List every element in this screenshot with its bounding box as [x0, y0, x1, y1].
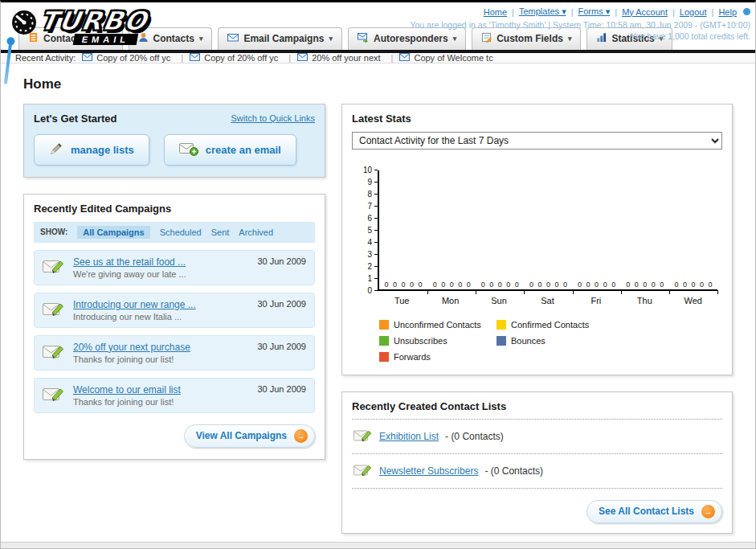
- envelope-icon: [399, 53, 410, 63]
- chart-x-label: Sun: [475, 296, 523, 305]
- legend-item: Unsubscribes: [379, 336, 497, 346]
- nav-link-home[interactable]: Home: [484, 7, 507, 17]
- credits-text: You have 1,000 total credits left.: [410, 31, 750, 41]
- top-header: TURBO EMAIL Home| Templates ▾| Forms ▾| …: [1, 2, 755, 27]
- see-all-contact-lists-button[interactable]: See All Contact Lists →: [586, 500, 722, 523]
- chart-x-label: Sat: [523, 296, 571, 305]
- chart-x-label: Fri: [572, 296, 620, 305]
- pencil-icon: [49, 141, 63, 158]
- chart-plot: 0 0 0 0 00 0 0 0 00 0 0 0 00 0 0 0 00 0 …: [378, 170, 717, 291]
- campaign-title-link[interactable]: Introducing our new range ...: [73, 299, 196, 310]
- nav-link-my-account[interactable]: My Account: [622, 7, 668, 17]
- campaign-title-link[interactable]: 20% off your next purchase: [73, 342, 190, 353]
- chart-x-label: Wed: [669, 296, 717, 305]
- chart-x-label: Thu: [620, 296, 668, 305]
- envelope-icon: [82, 53, 92, 63]
- recently-edited-campaigns-panel: Recently Edited Campaigns SHOW: All Camp…: [23, 194, 325, 460]
- chart-x-label: Mon: [426, 296, 474, 305]
- recent-activity-item[interactable]: Copy of 20% off yc|: [190, 53, 291, 63]
- chart-day-group: 0 0 0 0 0: [524, 170, 572, 289]
- recently-created-contact-lists-panel: Recently Created Contact Lists Exhibitio…: [341, 391, 733, 534]
- page-title: Home: [23, 76, 733, 92]
- create-email-button[interactable]: create an email: [164, 134, 296, 166]
- latest-stats-panel: Latest Stats Contact Activity for the La…: [341, 104, 733, 375]
- envelope-icon: [190, 53, 200, 63]
- nav-link-help[interactable]: Help: [718, 7, 737, 17]
- tab-email-campaigns[interactable]: Email Campaigns▾: [218, 27, 342, 50]
- filter-tab-scheduled[interactable]: Scheduled: [160, 227, 202, 237]
- envelope-pencil-icon: [43, 256, 65, 279]
- nav-link-forms[interactable]: Forms ▾: [578, 6, 611, 17]
- campaign-subtitle: We're giving away our late ...: [73, 269, 186, 279]
- envelope-pencil-icon: [43, 384, 65, 407]
- edge-dot-decoration: [743, 8, 750, 15]
- arrow-right-icon: →: [294, 429, 308, 443]
- chart-x-axis: TueMonSunSatFriThuWed: [378, 296, 717, 305]
- recent-activity-label: Recent Activity:: [15, 53, 76, 63]
- stats-period-select[interactable]: Contact Activity for the Last 7 Days: [352, 132, 722, 150]
- contact-list-count: - (0 Contacts): [445, 431, 504, 442]
- campaign-row[interactable]: Welcome to our email list Thanks for joi…: [34, 378, 315, 413]
- chart-day-group: 0 0 0 0 0: [573, 170, 621, 289]
- show-label: SHOW:: [40, 227, 67, 236]
- contact-list-item[interactable]: Exhibition List - (0 Contacts): [352, 420, 722, 454]
- legend-item: Confirmed Contacts: [497, 320, 614, 330]
- campaign-row[interactable]: See us at the retail food ... We're givi…: [34, 250, 315, 285]
- campaigns-title: Recently Edited Campaigns: [34, 203, 315, 215]
- switch-quick-links-link[interactable]: Switch to Quick Links: [231, 113, 315, 123]
- chart-day-group: 0 0 0 0 0: [379, 170, 427, 289]
- campaign-date: 30 Jun 2009: [257, 384, 306, 407]
- legend-item: Unconfirmed Contacts: [379, 320, 497, 330]
- app-logo: TURBO EMAIL: [10, 6, 147, 45]
- get-started-title: Let's Get Started: [34, 113, 117, 125]
- autoresponders-icon: [358, 32, 369, 45]
- contact-list-item[interactable]: Newsletter Subscribers - (0 Contacts): [352, 454, 722, 489]
- view-all-campaigns-button[interactable]: View All Campaigns →: [184, 424, 315, 448]
- header-right: Home| Templates ▾| Forms ▾| My Account| …: [410, 6, 750, 41]
- nav-link-templates[interactable]: Templates ▾: [519, 6, 566, 17]
- recent-activity-item[interactable]: 20% off your next|: [297, 53, 393, 63]
- chart-y-axis: 109876543210: [355, 170, 378, 291]
- latest-stats-title: Latest Stats: [352, 113, 722, 125]
- chart-legend: Unconfirmed ContactsConfirmed ContactsUn…: [379, 320, 722, 362]
- envelope-pencil-icon: [43, 299, 65, 322]
- chevron-down-icon: ▾: [329, 35, 333, 43]
- campaign-row[interactable]: Introducing our new range ... Introducin…: [34, 293, 315, 328]
- campaign-date: 30 Jun 2009: [257, 342, 306, 364]
- envelope-plus-icon: [179, 141, 198, 158]
- campaign-date: 30 Jun 2009: [257, 256, 306, 279]
- recent-activity-item[interactable]: Copy of Welcome tc: [399, 53, 492, 63]
- campaign-title-link[interactable]: See us at the retail food ...: [73, 256, 186, 268]
- main-content: Home Let's Get Started Switch to Quick L…: [1, 64, 755, 542]
- campaign-row[interactable]: 20% off your next purchase Thanks for jo…: [34, 335, 315, 371]
- chart-day-group: 0 0 0 0 0: [669, 170, 717, 289]
- campaign-date: 30 Jun 2009: [257, 299, 306, 322]
- contact-list-name-link[interactable]: Newsletter Subscribers: [379, 465, 478, 477]
- campaign-subtitle: Thanks for joining our list!: [73, 354, 190, 364]
- filter-tab-all-campaigns[interactable]: All Campaigns: [77, 226, 149, 239]
- contact-activity-chart: 109876543210 0 0 0 0 00 0 0 0 00 0 0 0 0…: [355, 170, 717, 305]
- bottom-strip: [1, 542, 755, 548]
- campaign-subtitle: Thanks for joining our list!: [73, 397, 181, 407]
- chart-x-label: Tue: [378, 296, 426, 305]
- legend-item: Bounces: [497, 336, 614, 346]
- filter-tab-sent[interactable]: Sent: [211, 227, 230, 237]
- chart-day-group: 0 0 0 0 0: [476, 170, 524, 289]
- filter-tab-archived[interactable]: Archived: [239, 227, 273, 237]
- logo-subtitle: EMAIL: [73, 34, 139, 45]
- campaign-subtitle: Introducing our new Italia ...: [73, 312, 196, 322]
- nav-link-logout[interactable]: Logout: [680, 7, 707, 17]
- campaigns-filter-tabs: SHOW: All Campaigns Scheduled Sent Archi…: [34, 222, 315, 243]
- recent-activity-bar: Recent Activity: Copy of 20% off yc| Cop…: [1, 53, 755, 64]
- contact-list-count: - (0 Contacts): [484, 465, 543, 477]
- contact-list-name-link[interactable]: Exhibition List: [379, 431, 439, 442]
- recent-activity-item[interactable]: Copy of 20% off yc|: [82, 53, 183, 63]
- manage-lists-button[interactable]: manage lists: [34, 134, 149, 166]
- logo-title: TURBO: [38, 6, 151, 36]
- chart-day-group: 0 0 0 0 0: [621, 170, 669, 289]
- envelope-pencil-icon: [353, 461, 373, 481]
- chart-day-group: 0 0 0 0 0: [427, 170, 476, 289]
- legend-item: Forwards: [379, 352, 497, 362]
- campaign-title-link[interactable]: Welcome to our email list: [73, 384, 181, 395]
- contact-lists-title: Recently Created Contact Lists: [352, 400, 722, 412]
